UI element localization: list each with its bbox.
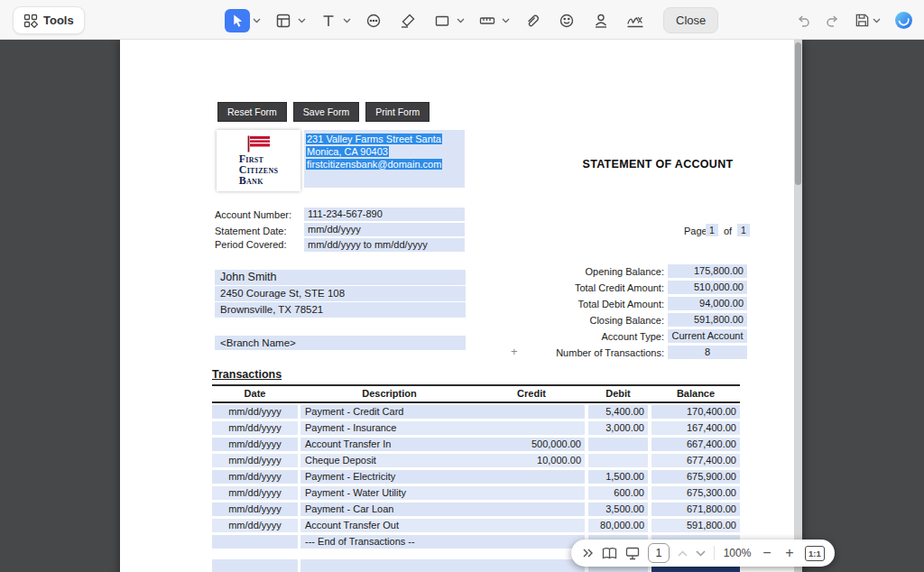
credit-cell[interactable] [478, 503, 585, 516]
shape-tool-chevron-down-icon[interactable] [457, 18, 465, 23]
person-stamp-tool[interactable] [589, 9, 613, 32]
description-cell[interactable]: Payment - Insurance [300, 421, 478, 435]
comment-tool[interactable] [362, 9, 385, 32]
description-cell[interactable]: Cheque Deposit [300, 454, 478, 467]
select-tool[interactable] [225, 9, 250, 32]
bank-address-field[interactable]: 231 Valley Farms Street SantaMonica, CA … [304, 130, 465, 188]
description-cell[interactable]: Payment - Credit Card [300, 405, 478, 419]
balance-cell[interactable]: 667,400.00 [651, 438, 740, 451]
ai-assistant-button[interactable] [894, 11, 913, 30]
print-form-button[interactable]: Print Form [365, 102, 430, 122]
description-cell[interactable]: Account Transfer In [300, 438, 478, 451]
date-cell[interactable]: mm/dd/yyyy [212, 503, 298, 516]
summary-value-field[interactable]: Current Account [668, 329, 747, 343]
branch-name-field[interactable]: <Branch Name> [215, 336, 466, 350]
page-edit-tool[interactable] [272, 9, 295, 32]
credit-cell[interactable] [478, 559, 585, 572]
document-viewport[interactable]: Reset FormSave FormPrint Form FirstCitiz… [0, 40, 924, 572]
text-tool-chevron-down-icon[interactable] [343, 18, 351, 23]
customer-field[interactable]: 2450 Courage St, STE 108 [215, 286, 466, 301]
balance-cell[interactable]: 671,800.00 [651, 503, 740, 516]
debit-cell[interactable]: 80,000.00 [588, 519, 648, 532]
reading-mode-button[interactable] [625, 547, 640, 560]
credit-cell[interactable]: 500,000.00 [478, 438, 585, 451]
tools-button[interactable]: Tools [13, 6, 85, 34]
summary-value-field[interactable]: 510,000.00 [668, 281, 747, 294]
statement-date-field[interactable]: mm/dd/yyyy [304, 223, 465, 236]
credit-cell[interactable] [478, 519, 585, 532]
credit-cell[interactable] [478, 470, 585, 484]
debit-cell[interactable]: 600.00 [588, 486, 648, 500]
customer-field[interactable]: John Smith [215, 270, 466, 285]
description-cell[interactable]: Payment - Electricity [300, 470, 478, 484]
credit-cell[interactable] [478, 486, 585, 500]
credit-cell[interactable]: 10,000.00 [478, 454, 585, 467]
balance-cell[interactable]: 677,400.00 [651, 454, 740, 467]
credit-cell[interactable] [478, 421, 585, 435]
date-cell[interactable]: mm/dd/yyyy [212, 470, 298, 484]
highlighter-tool[interactable] [396, 9, 420, 32]
select-cursor-icon [231, 14, 245, 28]
vertical-scrollbar[interactable] [794, 40, 802, 572]
select-tool-chevron-down-icon[interactable] [253, 18, 261, 23]
measure-tool-chevron-down-icon[interactable] [502, 18, 510, 23]
balance-cell[interactable]: 675,900.00 [651, 470, 740, 484]
description-cell[interactable]: Account Transfer Out [300, 519, 478, 532]
debit-cell[interactable]: 3,500.00 [588, 503, 648, 516]
save-form-button[interactable]: Save Form [293, 102, 359, 122]
date-cell[interactable]: mm/dd/yyyy [212, 486, 298, 500]
date-cell[interactable]: mm/dd/yyyy [212, 438, 298, 451]
balance-cell[interactable]: 170,400.00 [651, 405, 740, 419]
debit-cell[interactable]: 3,000.00 [588, 421, 648, 435]
account-number-field[interactable]: 111-234-567-890 [304, 208, 465, 221]
attachment-tool[interactable] [521, 9, 544, 32]
undo-button[interactable] [795, 13, 811, 29]
customer-field[interactable]: Brownsville, TX 78521 [215, 302, 466, 318]
summary-value-field[interactable]: 8 [668, 346, 747, 359]
debit-cell[interactable]: 1,500.00 [588, 470, 648, 484]
actual-size-button[interactable]: 1:1 [805, 546, 825, 561]
debit-cell[interactable] [588, 454, 648, 467]
previous-page-button[interactable] [678, 550, 688, 557]
credit-cell[interactable] [478, 405, 585, 419]
expand-toolbar-button[interactable] [581, 547, 594, 559]
close-button[interactable]: Close [663, 7, 718, 33]
page-number-input[interactable]: 1 [648, 543, 670, 563]
scrollbar-thumb[interactable] [795, 42, 801, 185]
balance-cell[interactable]: 675,300.00 [651, 486, 740, 500]
date-cell[interactable]: mm/dd/yyyy [212, 421, 298, 435]
debit-cell[interactable]: 5,400.00 [588, 405, 648, 419]
next-page-button[interactable] [696, 550, 706, 557]
date-cell[interactable]: mm/dd/yyyy [212, 519, 298, 532]
balance-cell[interactable]: 591,800.00 [651, 519, 740, 532]
page-thumbnails-button[interactable] [602, 547, 617, 560]
zoom-in-button[interactable]: + [782, 546, 797, 560]
save-button[interactable] [855, 13, 881, 28]
sticker-tool[interactable] [555, 9, 578, 32]
debit-cell[interactable] [588, 438, 648, 451]
page-total-field[interactable]: 1 [737, 224, 750, 236]
text-tool[interactable] [317, 9, 340, 32]
credit-cell[interactable] [478, 535, 585, 549]
date-cell[interactable] [212, 559, 298, 572]
redo-button[interactable] [825, 13, 841, 29]
date-cell[interactable]: mm/dd/yyyy [212, 454, 298, 467]
page-number-field[interactable]: 1 [706, 224, 718, 236]
summary-value-field[interactable]: 175,800.00 [668, 264, 747, 278]
balance-cell[interactable]: 167,400.00 [651, 421, 740, 435]
description-cell[interactable] [300, 559, 478, 572]
description-cell[interactable]: Payment - Car Loan [300, 503, 478, 516]
zoom-out-button[interactable]: − [760, 546, 774, 560]
measure-tool[interactable] [476, 9, 499, 32]
page-edit-chevron-down-icon[interactable] [298, 18, 306, 23]
description-cell[interactable]: Payment - Water Utility [300, 486, 478, 500]
date-cell[interactable] [212, 535, 298, 549]
period-covered-field[interactable]: mm/dd/yyyy to mm/dd/yyyy [304, 238, 465, 252]
reset-form-button[interactable]: Reset Form [217, 102, 287, 122]
date-cell[interactable]: mm/dd/yyyy [212, 405, 298, 419]
shape-tool[interactable] [430, 9, 454, 32]
summary-value-field[interactable]: 591,800.00 [668, 313, 747, 327]
signature-tool[interactable] [624, 9, 647, 32]
save-chevron-down-icon[interactable] [873, 18, 881, 23]
summary-value-field[interactable]: 94,000.00 [668, 297, 747, 310]
